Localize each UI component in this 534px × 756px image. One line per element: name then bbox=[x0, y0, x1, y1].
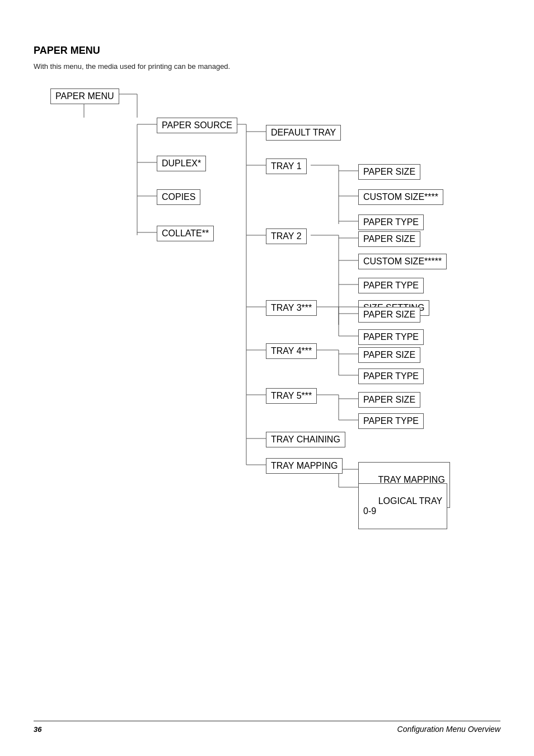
node-tray-mapping: TRAY MAPPING bbox=[266, 458, 343, 474]
node-tray4: TRAY 4*** bbox=[266, 343, 317, 359]
node-paper-size-t3: PAPER SIZE bbox=[358, 307, 420, 323]
node-tray5: TRAY 5*** bbox=[266, 388, 317, 404]
node-paper-type-t2: PAPER TYPE bbox=[358, 278, 424, 293]
node-paper-type-t1: PAPER TYPE bbox=[358, 214, 424, 230]
node-tray-chaining: TRAY CHAINING bbox=[266, 432, 345, 447]
footer-page-number: 36 bbox=[34, 725, 41, 734]
page-subtitle: With this menu, the media used for print… bbox=[34, 62, 500, 71]
footer-title: Configuration Menu Overview bbox=[397, 725, 500, 734]
node-duplex: DUPLEX* bbox=[157, 156, 206, 171]
page-container: PAPER MENU With this menu, the media use… bbox=[0, 0, 534, 554]
node-tray2: TRAY 2 bbox=[266, 228, 307, 244]
node-paper-source: PAPER SOURCE bbox=[157, 118, 237, 133]
node-collate: COLLATE** bbox=[157, 226, 214, 241]
node-logical-tray: LOGICAL TRAY 0-9 bbox=[358, 483, 447, 529]
node-paper-size-t5: PAPER SIZE bbox=[358, 392, 420, 408]
node-custom-size-t2: CUSTOM SIZE***** bbox=[358, 254, 447, 269]
page-footer: 36 Configuration Menu Overview bbox=[34, 721, 500, 734]
node-tray1: TRAY 1 bbox=[266, 158, 307, 174]
diagram-wrapper: PAPER MENU PAPER SOURCE DUPLEX* COPIES C… bbox=[39, 84, 476, 521]
node-paper-size-t2: PAPER SIZE bbox=[358, 231, 420, 247]
node-paper-type-t4: PAPER TYPE bbox=[358, 368, 424, 384]
node-custom-size-t1: CUSTOM SIZE**** bbox=[358, 189, 443, 205]
node-paper-size-t1: PAPER SIZE bbox=[358, 164, 420, 180]
page-title: PAPER MENU bbox=[34, 45, 500, 57]
node-paper-type-t3: PAPER TYPE bbox=[358, 329, 424, 345]
node-default-tray: DEFAULT TRAY bbox=[266, 125, 341, 141]
node-paper-size-t4: PAPER SIZE bbox=[358, 347, 420, 363]
node-tray3: TRAY 3*** bbox=[266, 300, 317, 316]
node-copies: COPIES bbox=[157, 189, 200, 205]
node-paper-type-t5: PAPER TYPE bbox=[358, 413, 424, 429]
node-paper-menu: PAPER MENU bbox=[50, 88, 119, 104]
